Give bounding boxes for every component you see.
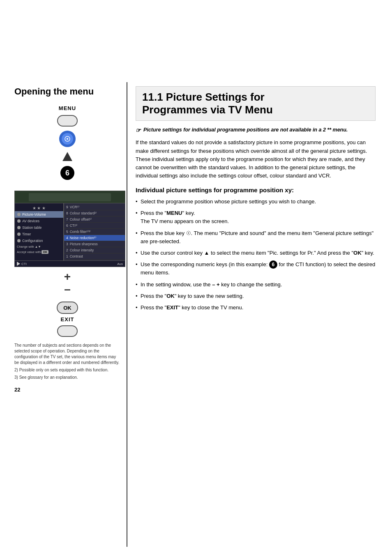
tv-menu-dot-station xyxy=(17,226,21,229)
tv-menu-item-av: AV devices xyxy=(15,218,63,224)
tv-menu-dot-config xyxy=(17,239,21,242)
bullet-list: Select the programme position whose pict… xyxy=(136,198,376,312)
tv-menu-columns: ★ ★ ★ Picture-Volume AV devices xyxy=(14,203,125,261)
tv-menu-item-station-label: Station table xyxy=(22,226,42,230)
triangle-right-icon xyxy=(17,262,20,266)
ok-small-label: OK xyxy=(42,250,48,254)
tv-footer-cti-label: CTI xyxy=(21,262,27,266)
footnote-2: 2) Possible only on sets equipped with t… xyxy=(14,367,120,373)
tv-menu-item-timer: Timer xyxy=(15,231,63,237)
page-container: Opening the menu MENU 6 xyxy=(0,0,392,555)
section-title-left: Opening the menu xyxy=(14,86,120,97)
tv-footer-aus-label: Aus xyxy=(117,262,123,266)
number-6-badge: 6 xyxy=(60,166,74,180)
tv-menu-item-timer-label: Timer xyxy=(22,232,31,236)
tv-footer-cti: CTI xyxy=(17,262,27,266)
circle-num-6: 6 xyxy=(269,260,277,269)
tv-menu-item-config: Configuration xyxy=(15,237,63,244)
minus-symbol: – xyxy=(64,283,71,295)
content-area: Opening the menu MENU 6 xyxy=(8,82,384,547)
menu-key-label: MENU xyxy=(166,210,182,216)
tv-menu-dot-av xyxy=(17,219,21,223)
bullet-item-6: In the setting window, use the – + key t… xyxy=(136,281,376,289)
page-number: 22 xyxy=(14,387,120,393)
left-column: Opening the menu MENU 6 xyxy=(8,82,127,547)
tv-right-item-2: 2Colour intensity xyxy=(64,247,125,253)
tv-right-item-3: 3Picture sharpness xyxy=(64,241,125,247)
blue-circle-inner xyxy=(62,133,73,145)
ok-key-label: OK xyxy=(353,250,362,256)
blue-circle-icon[interactable] xyxy=(59,131,76,147)
exit-button-oval[interactable] xyxy=(57,325,78,337)
tv-right-item-7: 7Colour offset³⁾ xyxy=(64,216,125,223)
section-title-line1: 11.1 Picture Settings for xyxy=(142,91,265,103)
bullet-item-1: Select the programme position whose pict… xyxy=(136,198,376,206)
tv-right-item-5: 5Comb filter²⁾³⁾ xyxy=(64,229,125,235)
body-text: If the standard values do not provide a … xyxy=(136,138,376,180)
note-icon: ☞ xyxy=(136,127,141,134)
footnote-3: 3) See glossary for an explanation. xyxy=(14,375,120,380)
ok-label: OK xyxy=(63,305,71,311)
tv-menu-dot-timer xyxy=(17,233,21,236)
pm-key-label: – + xyxy=(212,281,219,288)
tv-menu-item-label: Picture-Volume xyxy=(22,212,46,216)
stars-row: ★ ★ ★ xyxy=(15,205,63,211)
note-italic: ☞ Picture settings for individual progra… xyxy=(136,127,376,134)
bullet-item-7: Press the "OK" key to save the new setti… xyxy=(136,292,376,300)
subsection-title: Individual picture settings for programm… xyxy=(136,187,376,193)
ok-button[interactable]: OK xyxy=(57,302,78,314)
note-italic-text: Picture settings for individual programm… xyxy=(143,127,348,133)
tv-right-item-9: 9VCR³⁾ xyxy=(64,204,125,210)
svg-point-1 xyxy=(67,138,68,140)
tv-menu-screenshot: ★ ★ ★ Picture-Volume AV devices xyxy=(14,191,125,267)
bullet-item-3: Press the blue key ☉. The menu "Picture … xyxy=(136,229,376,246)
footnote-main: The number of subjects and sections depe… xyxy=(14,343,120,366)
section-title-line2: Programmes via TV Menu xyxy=(142,104,273,116)
tv-image-strip xyxy=(14,191,125,203)
tv-menu-wrapper: ★ ★ ★ Picture-Volume AV devices xyxy=(14,191,125,267)
plus-symbol: + xyxy=(64,271,71,283)
triangle-up-icon xyxy=(62,152,72,161)
exit-key-label: EXIT xyxy=(166,304,178,311)
menu-button-oval[interactable] xyxy=(57,115,78,127)
tv-right-item-1: 1Contrast xyxy=(64,253,125,260)
accept-row: Accept value with OK xyxy=(15,249,63,255)
tv-left-menu: ★ ★ ★ Picture-Volume AV devices xyxy=(14,203,64,261)
tv-menu-item-av-label: AV devices xyxy=(22,219,39,223)
tv-image-content xyxy=(29,193,111,201)
tv-right-item-6: 6CTI³⁾ xyxy=(64,223,125,229)
bullet-item-5: Use the corresponding numeric keys (in t… xyxy=(136,260,376,277)
ok-exit-group: OK EXIT xyxy=(14,299,120,339)
menu-label: MENU xyxy=(59,105,76,111)
tv-menu-item-config-label: Configuration xyxy=(22,239,43,243)
tv-right-item-8: 8Colour standard²⁾ xyxy=(64,210,125,216)
bullet-item-4: Use the cursor control key ▲ to select t… xyxy=(136,249,376,257)
tv-menu-item-station: Station table xyxy=(15,224,63,231)
tv-footer: CTI Aus xyxy=(14,261,125,267)
right-column: 11.1 Picture Settings for Programmes via… xyxy=(127,82,384,547)
change-row: Change with ▲▼ xyxy=(15,244,63,249)
tv-right-menu: 9VCR³⁾ 8Colour standard²⁾ 7Colour offset… xyxy=(64,203,125,261)
tv-right-item-4: 4Noise reduction³⁾ xyxy=(64,235,125,241)
menu-diagram: MENU 6 xyxy=(14,105,120,182)
ok-key-label-2: OK xyxy=(166,293,175,299)
bullet-item-8: Press the "EXIT" key to close the TV men… xyxy=(136,304,376,312)
exit-label: EXIT xyxy=(61,316,74,322)
tv-menu-dot xyxy=(17,213,21,216)
bullet-item-2: Press the "MENU" key.The TV menu appears… xyxy=(136,209,376,226)
tv-menu-item-picture-volume: Picture-Volume xyxy=(15,211,63,218)
section-title-right: 11.1 Picture Settings for Programmes via… xyxy=(136,86,376,121)
plus-minus-group: + – xyxy=(14,271,120,295)
